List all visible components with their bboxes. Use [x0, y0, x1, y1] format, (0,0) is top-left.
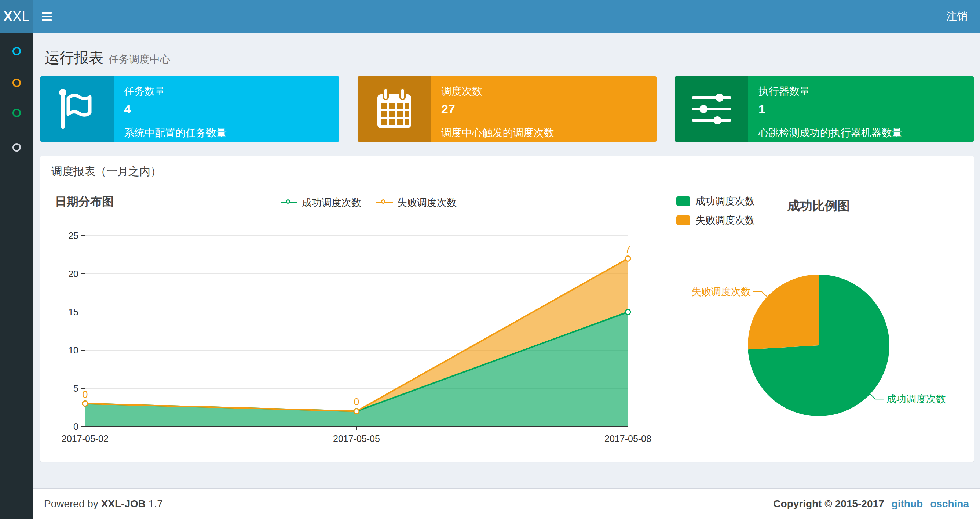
oschina-link[interactable]: oschina — [930, 498, 969, 510]
stat-title: 执行器数量 — [759, 85, 968, 98]
swatch-icon — [676, 196, 690, 206]
page-header: 运行报表任务调度中心 — [33, 33, 980, 68]
stat-description: 心跳检测成功的执行器机器数量 — [759, 126, 968, 140]
pie-chart-title: 成功比例图 — [745, 198, 892, 214]
powered-by: Powered by XXL-JOB 1.7 — [44, 498, 163, 510]
stat-box-jobs: 任务数量 4 系统中配置的任务数量 — [40, 76, 339, 142]
page-title: 运行报表 — [45, 48, 103, 68]
collapsed-sidebar — [0, 33, 33, 519]
svg-text:7: 7 — [625, 244, 630, 255]
sidebar-toggle-button[interactable] — [35, 0, 58, 33]
stat-value: 27 — [441, 102, 651, 117]
line-chart-legend: 成功调度次数 失败调度次数 — [40, 196, 697, 209]
product-name: XXL-JOB — [101, 498, 146, 509]
svg-text:成功调度次数: 成功调度次数 — [886, 393, 946, 404]
sidebar-item-2[interactable] — [0, 75, 33, 91]
app-logo-text: XXL — [3, 9, 29, 24]
stat-title: 调度次数 — [441, 85, 651, 98]
top-navbar: XXL 注销 — [0, 0, 980, 33]
circle-outline-icon — [13, 47, 21, 56]
pie-chart-legend: 成功调度次数 失败调度次数 — [676, 195, 755, 227]
legend-item-fail[interactable]: 失败调度次数 — [676, 214, 755, 227]
stat-box-executors: 执行器数量 1 心跳检测成功的执行器机器数量 — [675, 76, 974, 142]
legend-label: 失败调度次数 — [397, 196, 457, 209]
panel-title: 调度报表（一月之内） — [40, 156, 974, 187]
charts-canvas: 05101520252017-05-022017-05-052017-05-08… — [40, 187, 973, 462]
stat-value: 1 — [759, 102, 968, 117]
stat-description: 系统中配置的任务数量 — [124, 126, 333, 140]
circle-outline-icon — [13, 143, 21, 152]
swatch-icon — [676, 216, 690, 225]
svg-text:0: 0 — [73, 422, 78, 432]
stat-value: 4 — [124, 102, 333, 117]
svg-text:15: 15 — [68, 307, 78, 317]
line-series-marker-icon — [376, 199, 393, 206]
legend-item-fail[interactable]: 失败调度次数 — [376, 196, 457, 209]
svg-text:10: 10 — [68, 345, 78, 355]
sidebar-item-1[interactable] — [0, 43, 33, 59]
svg-text:失败调度次数: 失败调度次数 — [691, 286, 751, 297]
svg-text:0: 0 — [353, 396, 359, 407]
stat-box-triggers: 调度次数 27 调度中心触发的调度次数 — [358, 76, 657, 142]
svg-text:0: 0 — [82, 389, 88, 400]
sidebar-item-4[interactable] — [0, 139, 33, 155]
legend-item-success[interactable]: 成功调度次数 — [281, 196, 361, 209]
circle-outline-icon — [13, 78, 21, 87]
legend-label: 失败调度次数 — [695, 214, 755, 227]
hamburger-icon — [42, 16, 52, 17]
svg-text:2017-05-05: 2017-05-05 — [333, 433, 380, 444]
xxl-job-dashboard: XXL 注销 运行报表任务调度中心 — [0, 0, 980, 519]
schedule-report-panel: 调度报表（一月之内） 05101520252017-05-022017-05-0… — [40, 156, 974, 462]
main-content: 运行报表任务调度中心 任务数量 4 系统中配置的任务数量 — [33, 33, 980, 519]
svg-text:2017-05-02: 2017-05-02 — [62, 433, 108, 444]
copyright-text: Copyright © 2015-2017 — [773, 498, 884, 510]
calendar-icon — [358, 76, 431, 142]
legend-label: 成功调度次数 — [302, 196, 361, 209]
panel-body: 05101520252017-05-022017-05-052017-05-08… — [40, 187, 974, 462]
stat-boxes-row: 任务数量 4 系统中配置的任务数量 — [40, 76, 974, 142]
svg-text:25: 25 — [68, 230, 78, 241]
hamburger-icon — [42, 12, 52, 14]
flag-icon — [40, 76, 114, 142]
logout-link[interactable]: 注销 — [946, 9, 967, 24]
github-link[interactable]: github — [892, 498, 923, 510]
hamburger-icon — [42, 19, 52, 21]
stat-title: 任务数量 — [124, 85, 333, 98]
svg-text:5: 5 — [73, 383, 78, 393]
app-logo[interactable]: XXL — [0, 0, 33, 33]
sidebar-item-3[interactable] — [0, 105, 33, 121]
page-subtitle: 任务调度中心 — [108, 54, 170, 65]
page-footer: Powered by XXL-JOB 1.7 Copyright © 2015-… — [33, 488, 980, 519]
circle-outline-icon — [13, 109, 21, 117]
stat-description: 调度中心触发的调度次数 — [441, 126, 651, 140]
svg-text:20: 20 — [68, 269, 78, 279]
legend-item-success[interactable]: 成功调度次数 — [676, 195, 755, 208]
svg-text:2017-05-08: 2017-05-08 — [605, 433, 651, 444]
line-series-marker-icon — [281, 199, 298, 206]
sliders-icon — [675, 76, 748, 142]
product-version: 1.7 — [148, 498, 163, 509]
